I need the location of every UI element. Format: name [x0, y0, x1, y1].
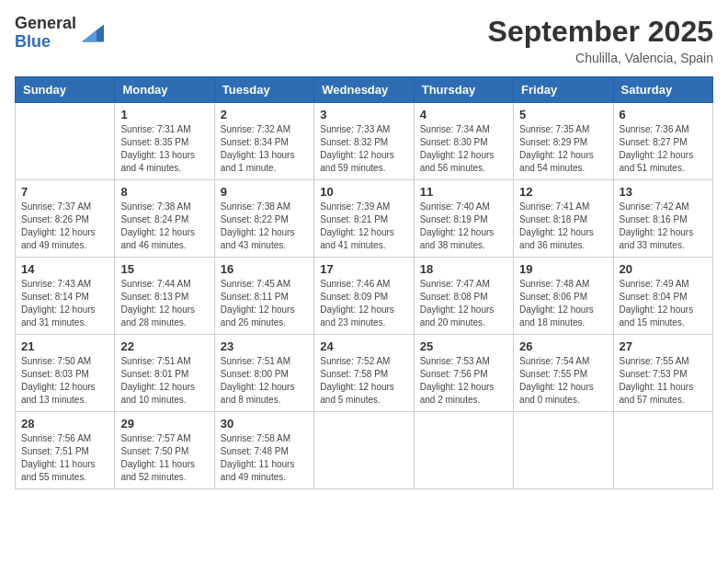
day-number: 15	[120, 262, 208, 276]
calendar-cell: 1 Sunrise: 7:31 AM Sunset: 8:35 PM Dayli…	[115, 103, 214, 180]
weekday-header-wednesday: Wednesday	[314, 77, 414, 103]
sunset: Sunset: 7:51 PM	[21, 446, 89, 456]
sunset: Sunset: 8:34 PM	[221, 137, 289, 147]
sunrise: Sunrise: 7:35 AM	[519, 124, 589, 134]
daylight: Daylight: 12 hours and 46 minutes.	[120, 227, 195, 250]
day-number: 14	[21, 262, 108, 276]
day-number: 20	[620, 262, 707, 276]
day-info: Sunrise: 7:35 AM Sunset: 8:29 PM Dayligh…	[519, 123, 607, 175]
day-info: Sunrise: 7:46 AM Sunset: 8:09 PM Dayligh…	[320, 278, 407, 329]
svg-marker-1	[82, 30, 97, 42]
sunset: Sunset: 8:06 PM	[519, 292, 587, 302]
sunset: Sunset: 8:11 PM	[221, 292, 289, 302]
sunset: Sunset: 8:00 PM	[221, 369, 289, 379]
daylight: Daylight: 12 hours and 20 minutes.	[420, 304, 495, 327]
daylight: Daylight: 12 hours and 49 minutes.	[21, 227, 96, 250]
location: Chulilla, Valencia, Spain	[488, 51, 713, 65]
sunrise: Sunrise: 7:43 AM	[21, 279, 91, 289]
day-number: 1	[120, 108, 208, 121]
calendar-cell: 10 Sunrise: 7:39 AM Sunset: 8:21 PM Dayl…	[314, 180, 414, 258]
day-info: Sunrise: 7:58 AM Sunset: 7:48 PM Dayligh…	[221, 432, 308, 484]
calendar-cell: 14 Sunrise: 7:43 AM Sunset: 8:14 PM Dayl…	[16, 258, 115, 335]
daylight: Daylight: 12 hours and 54 minutes.	[519, 150, 594, 173]
day-info: Sunrise: 7:54 AM Sunset: 7:55 PM Dayligh…	[519, 355, 607, 407]
calendar-cell: 15 Sunrise: 7:44 AM Sunset: 8:13 PM Dayl…	[115, 258, 214, 335]
sunset: Sunset: 8:19 PM	[420, 214, 488, 224]
daylight: Daylight: 12 hours and 38 minutes.	[420, 227, 495, 250]
daylight: Daylight: 12 hours and 43 minutes.	[221, 227, 295, 250]
sunrise: Sunrise: 7:32 AM	[221, 124, 290, 134]
sunset: Sunset: 7:56 PM	[420, 369, 488, 379]
sunrise: Sunrise: 7:57 AM	[120, 433, 190, 443]
day-info: Sunrise: 7:53 AM Sunset: 7:56 PM Dayligh…	[420, 355, 507, 407]
sunrise: Sunrise: 7:55 AM	[620, 356, 689, 366]
day-info: Sunrise: 7:38 AM Sunset: 8:22 PM Dayligh…	[221, 201, 308, 252]
day-number: 29	[120, 417, 208, 431]
day-number: 7	[21, 185, 108, 199]
day-info: Sunrise: 7:45 AM Sunset: 8:11 PM Dayligh…	[221, 278, 308, 329]
day-number: 4	[420, 108, 507, 121]
sunrise: Sunrise: 7:49 AM	[620, 279, 689, 289]
day-number: 16	[221, 262, 308, 276]
sunrise: Sunrise: 7:51 AM	[120, 356, 190, 366]
calendar-cell: 26 Sunrise: 7:54 AM Sunset: 7:55 PM Dayl…	[514, 335, 613, 412]
day-number: 18	[420, 262, 507, 276]
day-number: 12	[519, 185, 607, 199]
sunrise: Sunrise: 7:54 AM	[519, 356, 589, 366]
calendar-week-row: 28 Sunrise: 7:56 AM Sunset: 7:51 PM Dayl…	[16, 412, 713, 489]
calendar-week-row: 14 Sunrise: 7:43 AM Sunset: 8:14 PM Dayl…	[16, 258, 713, 335]
logo: General Blue	[15, 15, 104, 52]
daylight: Daylight: 12 hours and 2 minutes.	[420, 382, 495, 405]
sunrise: Sunrise: 7:31 AM	[120, 124, 190, 134]
weekday-header-saturday: Saturday	[613, 77, 712, 103]
sunrise: Sunrise: 7:52 AM	[320, 356, 390, 366]
sunrise: Sunrise: 7:47 AM	[420, 279, 490, 289]
weekday-header-row: SundayMondayTuesdayWednesdayThursdayFrid…	[16, 77, 713, 103]
day-info: Sunrise: 7:32 AM Sunset: 8:34 PM Dayligh…	[221, 123, 308, 175]
sunset: Sunset: 7:53 PM	[620, 369, 688, 379]
sunrise: Sunrise: 7:42 AM	[620, 201, 689, 212]
calendar-cell: 2 Sunrise: 7:32 AM Sunset: 8:34 PM Dayli…	[214, 103, 313, 180]
day-number: 22	[120, 339, 208, 353]
day-number: 13	[620, 185, 707, 199]
sunset: Sunset: 8:35 PM	[120, 137, 188, 147]
calendar-week-row: 7 Sunrise: 7:37 AM Sunset: 8:26 PM Dayli…	[16, 180, 713, 258]
sunset: Sunset: 8:30 PM	[420, 137, 488, 147]
calendar-cell: 17 Sunrise: 7:46 AM Sunset: 8:09 PM Dayl…	[314, 258, 414, 335]
calendar-week-row: 1 Sunrise: 7:31 AM Sunset: 8:35 PM Dayli…	[16, 103, 713, 180]
sunset: Sunset: 7:48 PM	[221, 446, 289, 456]
day-info: Sunrise: 7:38 AM Sunset: 8:24 PM Dayligh…	[120, 201, 208, 252]
sunrise: Sunrise: 7:37 AM	[21, 201, 91, 212]
day-info: Sunrise: 7:57 AM Sunset: 7:50 PM Dayligh…	[120, 432, 208, 484]
day-number: 30	[221, 417, 308, 431]
calendar-cell: 22 Sunrise: 7:51 AM Sunset: 8:01 PM Dayl…	[115, 335, 214, 412]
logo-icon	[82, 24, 104, 42]
calendar-cell: 11 Sunrise: 7:40 AM Sunset: 8:19 PM Dayl…	[414, 180, 513, 258]
page-header: General Blue September 2025 Chulilla, Va…	[15, 15, 713, 65]
day-info: Sunrise: 7:49 AM Sunset: 8:04 PM Dayligh…	[620, 278, 707, 329]
sunset: Sunset: 8:01 PM	[120, 369, 188, 379]
day-number: 3	[320, 108, 407, 121]
daylight: Daylight: 13 hours and 4 minutes.	[120, 150, 195, 173]
daylight: Daylight: 12 hours and 33 minutes.	[620, 227, 694, 250]
daylight: Daylight: 12 hours and 51 minutes.	[620, 150, 694, 173]
day-info: Sunrise: 7:31 AM Sunset: 8:35 PM Dayligh…	[120, 123, 208, 175]
calendar-week-row: 21 Sunrise: 7:50 AM Sunset: 8:03 PM Dayl…	[16, 335, 713, 412]
daylight: Daylight: 12 hours and 5 minutes.	[320, 382, 394, 405]
day-info: Sunrise: 7:42 AM Sunset: 8:16 PM Dayligh…	[620, 201, 707, 252]
day-info: Sunrise: 7:55 AM Sunset: 7:53 PM Dayligh…	[620, 355, 707, 407]
sunset: Sunset: 8:27 PM	[620, 137, 688, 147]
day-info: Sunrise: 7:50 AM Sunset: 8:03 PM Dayligh…	[21, 355, 108, 407]
title-area: September 2025 Chulilla, Valencia, Spain	[488, 15, 713, 65]
calendar-cell: 4 Sunrise: 7:34 AM Sunset: 8:30 PM Dayli…	[414, 103, 513, 180]
daylight: Daylight: 12 hours and 8 minutes.	[221, 382, 295, 405]
daylight: Daylight: 12 hours and 56 minutes.	[420, 150, 495, 173]
day-info: Sunrise: 7:33 AM Sunset: 8:32 PM Dayligh…	[320, 123, 407, 175]
day-number: 17	[320, 262, 407, 276]
calendar-table: SundayMondayTuesdayWednesdayThursdayFrid…	[15, 76, 713, 489]
calendar-cell: 6 Sunrise: 7:36 AM Sunset: 8:27 PM Dayli…	[613, 103, 712, 180]
weekday-header-monday: Monday	[115, 77, 214, 103]
sunrise: Sunrise: 7:38 AM	[120, 201, 190, 212]
sunset: Sunset: 8:09 PM	[320, 292, 388, 302]
sunset: Sunset: 8:26 PM	[21, 214, 89, 224]
